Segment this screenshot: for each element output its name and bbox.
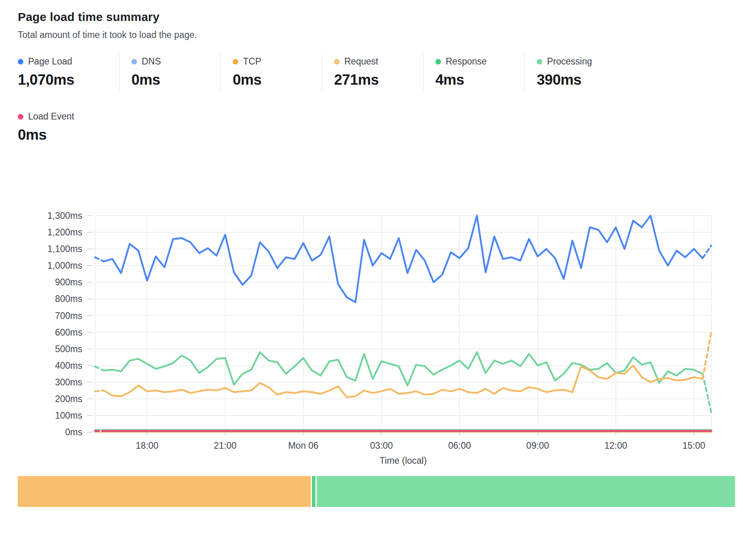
request-legend-dot <box>334 59 340 65</box>
series-line <box>95 391 104 391</box>
stat-label: Load Event <box>28 111 74 122</box>
series-line <box>95 257 104 262</box>
x-axis-title: Time (local) <box>380 455 427 466</box>
stat-value: 271ms <box>334 72 423 88</box>
page-load-legend-dot <box>18 59 23 65</box>
tcp-legend-dot <box>233 59 238 65</box>
bar-segment-request[interactable] <box>18 476 311 507</box>
x-tick-label: 15:00 <box>682 440 705 451</box>
y-tick-label: 400ms <box>55 360 82 371</box>
processing-legend-dot <box>537 59 542 65</box>
y-tick-label: 100ms <box>55 410 82 421</box>
x-tick-label: 21:00 <box>214 440 237 451</box>
series-line <box>703 332 711 379</box>
stat-label: Request <box>344 56 378 67</box>
response-legend-dot <box>435 59 441 65</box>
stat-value: 4ms <box>435 72 524 88</box>
stat-page-load[interactable]: Page Load 1,070ms <box>18 54 119 92</box>
y-tick-label: 900ms <box>55 277 82 287</box>
stat-processing[interactable]: Processing 390ms <box>524 54 626 92</box>
load-time-chart[interactable]: 0ms100ms200ms300ms400ms500ms600ms700ms80… <box>16 166 740 473</box>
stat-label: Processing <box>547 56 592 67</box>
stat-label: Response <box>446 56 487 67</box>
dns-legend-dot <box>131 59 137 65</box>
stat-value: 0ms <box>131 72 220 88</box>
metrics-summary-row: Page Load 1,070ms DNS 0ms TCP 0ms Reques… <box>18 54 756 92</box>
stat-request[interactable]: Request 271ms <box>322 54 423 92</box>
y-tick-label: 600ms <box>55 327 82 338</box>
y-tick-label: 1,100ms <box>47 244 82 254</box>
y-tick-label: 1,300ms <box>47 211 82 221</box>
page-title: Page load time summary <box>18 10 756 24</box>
series-line <box>104 352 703 385</box>
y-tick-label: 0ms <box>65 427 82 437</box>
series-line <box>703 246 711 258</box>
page-subtitle: Total amount of time it took to load the… <box>18 30 756 40</box>
page-load-panel: Page load time summary Total amount of t… <box>0 0 756 147</box>
y-tick-label: 200ms <box>55 394 82 404</box>
y-tick-label: 1,000ms <box>47 260 82 271</box>
stat-value: 0ms <box>18 127 756 143</box>
x-tick-label: 03:00 <box>370 440 393 451</box>
x-tick-label: 18:00 <box>136 440 159 451</box>
stat-response[interactable]: Response 4ms <box>423 54 524 92</box>
stat-value: 390ms <box>537 72 626 88</box>
series-line <box>104 216 703 302</box>
y-tick-label: 500ms <box>55 344 82 354</box>
stat-label: TCP <box>243 56 261 67</box>
stat-value: 1,070ms <box>18 72 119 88</box>
stat-tcp[interactable]: TCP 0ms <box>220 54 322 92</box>
x-tick-label: 06:00 <box>448 440 471 451</box>
x-tick-label: 09:00 <box>526 440 549 451</box>
y-tick-label: 800ms <box>55 294 82 304</box>
series-line <box>95 366 104 371</box>
bar-segment-transition[interactable] <box>312 476 315 507</box>
stat-label: DNS <box>142 56 161 67</box>
x-tick-label: Mon 06 <box>288 440 319 451</box>
stat-dns[interactable]: DNS 0ms <box>119 54 220 92</box>
series-line <box>703 374 711 412</box>
y-tick-label: 1,200ms <box>47 227 82 237</box>
y-tick-label: 300ms <box>55 377 82 387</box>
timeline-breakdown-bar <box>18 476 735 507</box>
bar-segment-processing[interactable] <box>317 476 735 507</box>
y-tick-label: 700ms <box>55 311 82 321</box>
stat-value: 0ms <box>233 72 322 88</box>
load-time-chart-svg[interactable]: 0ms100ms200ms300ms400ms500ms600ms700ms80… <box>16 166 740 473</box>
load-event-legend-dot <box>18 114 23 120</box>
stat-load-event[interactable]: Load Event 0ms <box>18 109 756 147</box>
x-tick-label: 12:00 <box>604 440 627 451</box>
stat-label: Page Load <box>28 56 72 67</box>
